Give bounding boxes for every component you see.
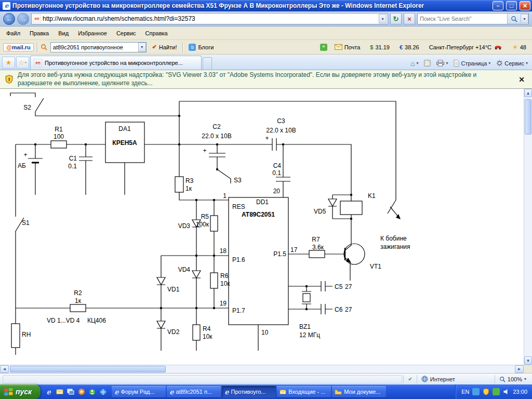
tab-active[interactable]: РЛ Противоугонное устройство на микрокон… xyxy=(30,56,202,70)
minimize-button[interactable]: – xyxy=(493,1,503,10)
quick-launch-ie-icon[interactable]: e xyxy=(44,388,53,396)
blogs-icon: b xyxy=(189,44,196,51)
car-icon xyxy=(494,45,502,50)
menu-tools[interactable]: Сервис xyxy=(112,29,140,38)
vertical-scroll-track[interactable] xyxy=(524,135,532,356)
home-dropdown-icon[interactable]: ▾ xyxy=(416,61,418,65)
toolbar-search-dropdown-icon[interactable]: ▾ xyxy=(138,43,146,52)
tray-network-icon[interactable] xyxy=(472,388,480,395)
live-search-box[interactable]: ▾ xyxy=(417,13,529,24)
tray-antivirus-icon[interactable] xyxy=(493,388,500,395)
search-dropdown-icon[interactable]: ▾ xyxy=(521,14,528,23)
usd-rate[interactable]: $ 31.19 xyxy=(367,43,392,51)
task-button-search[interactable]: e at89c2051 п... xyxy=(167,386,221,397)
task-button-current-page[interactable]: e Противоуго... xyxy=(222,386,276,397)
toolbar-separator xyxy=(37,42,37,52)
toolbar-separator xyxy=(182,42,183,52)
scroll-up-icon[interactable]: ▲ xyxy=(524,89,532,97)
quick-launch-browser-icon[interactable] xyxy=(99,388,108,396)
quick-launch-messenger-icon[interactable] xyxy=(88,388,97,396)
addon-info-bar[interactable]: ! Для этого веб-узла нужна следующая над… xyxy=(0,70,532,89)
menu-favorites[interactable]: Избранное xyxy=(74,29,111,38)
info-bar-message[interactable]: Для этого веб-узла нужна следующая надст… xyxy=(18,71,512,87)
address-field[interactable]: РЛ http://www.rlocman.ru/shem/schematics… xyxy=(31,13,388,24)
mail-button[interactable]: Почта xyxy=(332,43,363,51)
home-button[interactable]: ⌂ ▾ xyxy=(408,59,420,68)
search-input[interactable] xyxy=(418,16,507,22)
quick-launch-mail-icon[interactable] xyxy=(55,388,64,396)
search-go-button[interactable] xyxy=(507,14,521,24)
back-button[interactable]: ← xyxy=(3,13,15,25)
quick-launch: e xyxy=(41,388,111,396)
language-indicator[interactable]: EN xyxy=(461,389,469,395)
start-button[interactable]: пуск xyxy=(0,384,41,399)
scroll-down-icon[interactable]: ▼ xyxy=(524,356,532,365)
task-button-forum[interactable]: e Форум Рад... xyxy=(112,386,166,397)
menu-help[interactable]: Справка xyxy=(141,29,172,38)
status-check-section: ✔ xyxy=(403,375,416,383)
print-dropdown-icon[interactable]: ▾ xyxy=(446,61,448,65)
label-s1: S1 xyxy=(22,219,30,227)
maximize-button[interactable]: □ xyxy=(506,1,517,10)
toolbar-search-combo[interactable]: at89c2051 противоугонное ▾ xyxy=(50,42,147,52)
feeds-button[interactable] xyxy=(422,59,433,68)
forward-button[interactable]: → xyxy=(17,13,29,25)
mailru-logo[interactable]: @mail.ru xyxy=(3,43,34,51)
label-k1: K1 xyxy=(368,192,376,200)
windows-flag-icon xyxy=(4,388,13,396)
quick-launch-media-icon[interactable] xyxy=(77,388,86,396)
tray-shield-icon[interactable] xyxy=(483,388,489,395)
security-shield-icon: ! xyxy=(5,75,13,84)
favorites-button[interactable]: ★ xyxy=(2,57,15,69)
page-dropdown-icon[interactable]: ▾ xyxy=(488,61,490,65)
quick-launch-desktop-icon[interactable] xyxy=(66,388,75,396)
label-vd5: VD5 xyxy=(314,208,326,215)
address-bar: ← → РЛ http://www.rlocman.ru/shem/schema… xyxy=(0,11,532,26)
chat-icon[interactable]: ❝ xyxy=(320,44,327,51)
label-res: RES xyxy=(232,203,245,210)
horizontal-scroll-thumb[interactable] xyxy=(10,366,166,373)
address-dropdown-icon[interactable]: ▾ xyxy=(379,14,387,23)
url-text[interactable]: http://www.rlocman.ru/shem/schematics.ht… xyxy=(43,15,377,22)
scroll-left-icon[interactable]: ◄ xyxy=(0,365,9,373)
menu-view[interactable]: Вид xyxy=(54,29,73,38)
envelope-task-icon xyxy=(280,390,286,394)
label-bz1-value: 12 МГц xyxy=(299,331,320,339)
stop-button[interactable]: × xyxy=(404,13,415,24)
find-button[interactable]: ✔ Найти! xyxy=(150,43,180,51)
toolbar-search-value[interactable]: at89c2051 противоугонное xyxy=(51,44,138,50)
tools-menu-button[interactable]: Сервис ▾ xyxy=(494,59,530,68)
print-button[interactable]: ▾ xyxy=(434,59,450,68)
task-button-documents[interactable]: Мои докуме... xyxy=(332,386,386,397)
label-r1: R1 xyxy=(55,126,63,133)
blogs-button[interactable]: b Блоги xyxy=(186,43,216,52)
tray-volume-icon[interactable] xyxy=(503,389,510,395)
info-bar-close-icon[interactable]: ✕ xyxy=(516,75,527,84)
menu-edit[interactable]: Правка xyxy=(25,29,53,38)
add-favorite-button[interactable]: ☆+ xyxy=(16,57,29,69)
humidity-widget[interactable]: ☀ 48 xyxy=(510,43,529,52)
vertical-scrollbar[interactable]: ▲ ▼ xyxy=(524,89,532,365)
ie-task-icon: e xyxy=(114,388,118,396)
tray-clock[interactable]: 23:00 xyxy=(513,389,527,395)
usd-value: 31.19 xyxy=(375,44,390,50)
status-zoom-section[interactable]: 100% ▾ xyxy=(495,375,530,383)
menu-file[interactable]: Файл xyxy=(2,29,24,38)
vertical-scroll-thumb[interactable] xyxy=(525,99,531,135)
page-menu-button[interactable]: Страница ▾ xyxy=(451,59,493,68)
horizontal-scrollbar[interactable]: ◄ ► xyxy=(0,365,532,373)
new-tab-stub[interactable] xyxy=(203,57,212,70)
close-button[interactable]: ✕ xyxy=(520,1,530,10)
sun-icon: ☀ xyxy=(512,44,518,51)
zoom-dropdown-icon[interactable]: ▾ xyxy=(524,377,526,381)
tools-dropdown-icon[interactable]: ▾ xyxy=(526,61,528,65)
weather-widget[interactable]: Санкт-Петербург +14°C xyxy=(427,43,505,51)
task-button-inbox[interactable]: Входящие - ... xyxy=(277,386,331,397)
horizontal-scroll-track[interactable] xyxy=(9,365,515,373)
refresh-button[interactable]: ↻ xyxy=(390,13,402,24)
label-c4: C4 xyxy=(273,162,282,169)
scroll-right-icon[interactable]: ► xyxy=(515,365,524,373)
label-pin20: 20 xyxy=(273,188,281,195)
eur-rate[interactable]: € 38.26 xyxy=(397,43,422,51)
tab-bar: ★ ☆+ РЛ Противоугонное устройство на мик… xyxy=(0,55,532,70)
